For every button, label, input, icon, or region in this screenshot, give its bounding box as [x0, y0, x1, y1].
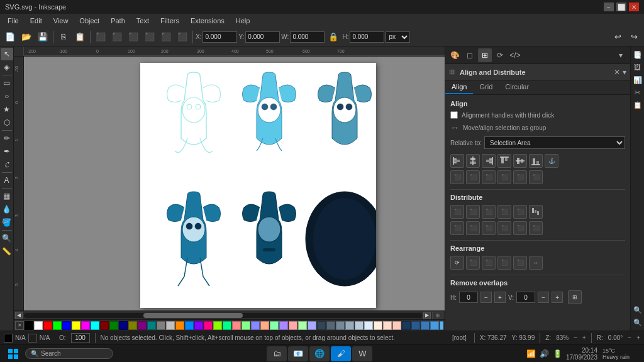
- menu-extensions[interactable]: Extensions: [186, 16, 230, 26]
- align-right-tb-button[interactable]: ⬛: [126, 30, 141, 45]
- ellipse-tool[interactable]: ○: [1, 90, 13, 102]
- dist-left-button[interactable]: ⬛: [450, 205, 464, 219]
- palette-color-swatch[interactable]: [251, 321, 260, 330]
- h-overlap-plus[interactable]: +: [494, 292, 506, 303]
- lock-aspect-button[interactable]: 🔒: [326, 30, 341, 45]
- align-middle-tb-button[interactable]: ⬛: [158, 30, 174, 45]
- scroll-thumb-h[interactable]: [143, 313, 243, 318]
- star-tool[interactable]: ★: [1, 103, 13, 116]
- alignment-handles-checkbox[interactable]: [450, 111, 458, 119]
- no-fill-swatch[interactable]: ✕: [15, 321, 24, 330]
- side-icon-search[interactable]: 🔍: [632, 304, 643, 315]
- rotation-plus-button[interactable]: +: [636, 334, 640, 341]
- palette-color-swatch[interactable]: [383, 321, 392, 330]
- side-icon-5[interactable]: 📋: [632, 99, 643, 111]
- start-button[interactable]: [4, 347, 23, 361]
- palette-color-swatch[interactable]: [34, 321, 43, 330]
- palette-color-swatch[interactable]: [100, 321, 109, 330]
- 3d-box-tool[interactable]: ⬡: [1, 116, 13, 129]
- palette-color-swatch[interactable]: [374, 321, 382, 330]
- dist-right-button[interactable]: ⬛: [482, 205, 496, 219]
- zoom-in-button[interactable]: +: [582, 334, 586, 341]
- fill-panel-icon[interactable]: 🎨: [448, 48, 462, 62]
- palette-color-swatch[interactable]: [223, 321, 231, 330]
- palette-color-swatch[interactable]: [62, 321, 71, 330]
- v-overlap-input[interactable]: [516, 292, 535, 303]
- panel-expand-icon[interactable]: ▾: [614, 48, 628, 62]
- align-panel-icon[interactable]: ⊞: [478, 48, 492, 62]
- rearrange-6-button[interactable]: ↔: [529, 256, 543, 270]
- align-right-edges-button[interactable]: [482, 154, 496, 168]
- align-tl-button[interactable]: ⬛: [450, 170, 464, 184]
- rotation-minus-button[interactable]: −: [628, 334, 631, 341]
- tab-circular[interactable]: Circular: [499, 80, 535, 94]
- align-bl-button[interactable]: ⬛: [497, 170, 511, 184]
- side-icon-zoom-in[interactable]: 🔍: [632, 317, 643, 328]
- remove-overlaps-apply-button[interactable]: ⊞: [568, 290, 582, 304]
- palette-color-swatch[interactable]: [402, 321, 411, 330]
- menu-filters[interactable]: Filters: [155, 16, 184, 26]
- palette-color-swatch[interactable]: [298, 321, 307, 330]
- dist-bottom-button[interactable]: [529, 205, 543, 219]
- calligraphy-tool[interactable]: 𝓒: [1, 158, 13, 171]
- horizontal-scrollbar[interactable]: ◀ ▶ ⊕: [14, 310, 445, 319]
- palette-color-swatch[interactable]: [119, 321, 128, 330]
- scroll-track-h[interactable]: [24, 313, 422, 318]
- scroll-left-button[interactable]: ◀: [15, 312, 23, 319]
- dist-center-v-button[interactable]: ⬛: [466, 205, 480, 219]
- menu-help[interactable]: Help: [231, 16, 255, 26]
- w-input[interactable]: [290, 31, 325, 43]
- text-tool[interactable]: A: [1, 174, 13, 187]
- paint-bucket-tool[interactable]: 🪣: [1, 216, 13, 229]
- zoom-tool[interactable]: 🔍: [1, 232, 13, 244]
- palette-color-swatch[interactable]: [175, 321, 184, 330]
- rearrange-5-button[interactable]: ⬛: [513, 256, 527, 270]
- menu-object[interactable]: Object: [74, 16, 104, 26]
- paste-button[interactable]: 📋: [72, 30, 87, 45]
- palette-color-swatch[interactable]: [317, 321, 326, 330]
- save-button[interactable]: 💾: [35, 30, 50, 45]
- measure-tool[interactable]: 📏: [1, 245, 13, 258]
- palette-color-swatch[interactable]: [355, 321, 364, 330]
- open-button[interactable]: 📂: [19, 30, 34, 45]
- palette-color-swatch[interactable]: [430, 321, 439, 330]
- side-icon-3[interactable]: 📊: [632, 74, 643, 85]
- palette-color-swatch[interactable]: [138, 321, 147, 330]
- menu-file[interactable]: File: [3, 16, 24, 26]
- align-center-tb-button[interactable]: ⬛: [109, 30, 125, 45]
- y-input[interactable]: [245, 31, 280, 43]
- palette-color-swatch[interactable]: [270, 321, 279, 330]
- menu-edit[interactable]: Edit: [25, 16, 47, 26]
- dist-top-button[interactable]: ⬛: [497, 205, 511, 219]
- unit-select[interactable]: px mm cm: [386, 31, 410, 43]
- menu-view[interactable]: View: [48, 16, 74, 26]
- taskbar-app-2[interactable]: 📧: [288, 346, 308, 361]
- relative-to-select[interactable]: Selection Area First selected Last selec…: [484, 136, 625, 149]
- scroll-right-button[interactable]: ▶: [423, 312, 431, 319]
- align-panel-expand-button[interactable]: ▾: [623, 68, 626, 77]
- palette-color-swatch[interactable]: [185, 321, 194, 330]
- pen-tool[interactable]: ✒: [1, 145, 13, 158]
- taskbar-search-box[interactable]: 🔍 Search: [25, 348, 113, 359]
- align-tc-button[interactable]: ⬛: [466, 170, 480, 184]
- pencil-tool[interactable]: ✏: [1, 132, 13, 145]
- align-left-tb-button[interactable]: ⬛: [93, 30, 108, 45]
- h-input[interactable]: [350, 31, 384, 43]
- v-overlap-plus[interactable]: +: [552, 292, 563, 303]
- palette-color-swatch[interactable]: [289, 321, 297, 330]
- dist-center-h-button[interactable]: ⬛: [513, 205, 527, 219]
- dropper-tool[interactable]: 💧: [1, 203, 13, 216]
- taskbar-app-1[interactable]: 🗂: [267, 346, 287, 361]
- minimize-button[interactable]: −: [604, 3, 614, 11]
- side-icon-1[interactable]: 📑: [632, 49, 643, 60]
- tab-align[interactable]: Align: [445, 80, 473, 94]
- palette-color-swatch[interactable]: [440, 321, 443, 330]
- palette-color-swatch[interactable]: [25, 321, 33, 330]
- rearrange-4-button[interactable]: ⬛: [497, 256, 511, 270]
- undo-button[interactable]: ↩: [610, 30, 625, 45]
- opacity-input[interactable]: [71, 333, 90, 343]
- palette-color-swatch[interactable]: [232, 321, 241, 330]
- xml-panel-icon[interactable]: </>: [508, 48, 522, 62]
- palette-color-swatch[interactable]: [194, 321, 203, 330]
- tab-grid[interactable]: Grid: [473, 80, 499, 94]
